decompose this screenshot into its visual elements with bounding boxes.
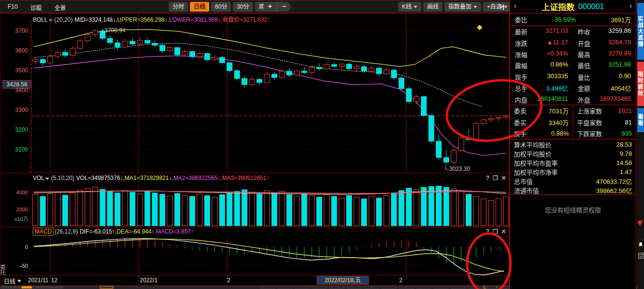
taskbar-segment	[312, 286, 327, 289]
orders-row: 委卖7031万	[510, 105, 573, 116]
weicha-value: 3691万	[611, 15, 631, 24]
help-icon[interactable]: ?	[486, 228, 489, 235]
close-icon[interactable]: ✕	[501, 175, 506, 181]
qq-icon[interactable]	[638, 239, 644, 247]
help-icon[interactable]: ?	[486, 175, 489, 181]
stats-row: 算术平均股价28.53	[510, 140, 636, 149]
indicator-value: DIF=-63.015↑	[80, 228, 115, 235]
orders-section: 委卖7031万委买3340万换手0.88% 上涨家数1021平盘家数81下跌家数…	[510, 105, 636, 139]
period-minute-button[interactable]: 分时	[169, 2, 188, 12]
taskbar-segment	[469, 286, 483, 289]
indicator-value: ,MACD=3.857↑	[154, 228, 194, 235]
diagnose-button[interactable]: 诊股	[30, 3, 42, 12]
boll-indicator-header[interactable]: BOLL(20,20)MID=3324.148↓,UPPER=3566.298↓…	[33, 15, 270, 24]
period-60min-button[interactable]: 60分	[211, 2, 231, 12]
taskbar-segment	[295, 286, 309, 289]
index-overlay-button[interactable]: 指数叠加	[444, 2, 481, 12]
macd-indicator-header[interactable]: MACD(26,12,9)DIF=-63.015↑,DEA=-64.944↑,M…	[33, 228, 194, 237]
f10-button[interactable]: F10	[8, 3, 18, 12]
toolbar-left-group: F10 诊股 全景	[8, 3, 66, 12]
stock-code: 000001	[578, 2, 604, 11]
add-watchlist-button[interactable]: +自选	[483, 2, 511, 12]
taskbar-segment	[434, 286, 448, 289]
macd-header-label[interactable]: MACD	[33, 228, 54, 235]
period-selector[interactable]: 日线	[4, 277, 21, 285]
stats-row: 加权平均股价9.78	[510, 149, 636, 158]
zoom-in-button[interactable]: +	[263, 2, 277, 12]
maximize-icon[interactable]: ❐	[493, 228, 498, 235]
trade-entrust-tab[interactable]: 委托	[0, 264, 6, 275]
taskbar-segment	[347, 286, 362, 289]
chevron-down-icon	[504, 6, 508, 8]
ad-banner-look[interactable]: 看看	[637, 108, 644, 132]
next-stock-icon[interactable]: ›	[630, 1, 632, 10]
event-diamond-icon	[477, 25, 482, 30]
taskbar-segment	[278, 286, 292, 289]
taskbar-segment	[1, 286, 64, 289]
selected-date-marker: 2022/02/18,五	[317, 276, 369, 285]
period-low-label: 3023.30	[449, 165, 470, 172]
vol-indicator-header[interactable]: VOL(5,10,20)VOL=349875376↓,MA1=371829821…	[33, 175, 269, 183]
volume-bars	[33, 186, 509, 226]
taskbar-segment	[100, 286, 113, 289]
stats-row: 加权平均市净率1.47	[510, 167, 636, 177]
vol-header-label[interactable]: VOL	[33, 175, 44, 181]
quote-row: 涨跌▲11.17开盘3264.79	[510, 37, 636, 48]
indicator-value: ,DEA=-64.944↑	[115, 228, 154, 235]
zoom-pill: + −	[263, 2, 291, 12]
indicator-value: MID=3324.148↓	[75, 16, 116, 23]
quote-header: ‹ 上证指数 000001 ›	[510, 0, 636, 14]
toolbar-right-group: K线 画线 指数叠加 +自选	[398, 2, 511, 12]
chevron-down-icon	[49, 19, 53, 22]
orders-row: 下跌家数935	[573, 128, 636, 139]
svg-text:3100: 3100	[15, 146, 28, 153]
zoom-out-button[interactable]: −	[277, 2, 291, 12]
ad-banner-sale[interactable]: 限时疯抢	[637, 62, 644, 106]
stats-row: 加权平均市盈率14.58	[510, 158, 636, 167]
svg-text:0: 0	[25, 244, 28, 250]
candles	[33, 29, 509, 165]
draw-line-button[interactable]: 画线	[423, 2, 443, 12]
stats-row: 流通市值398662.56亿	[510, 186, 636, 195]
x-axis-label: 2021/11	[28, 277, 49, 284]
taskbar-segment	[260, 286, 275, 289]
maximize-icon[interactable]: ❐	[493, 175, 498, 181]
quote-grid: 最新3271.03昨收3259.86涨跌▲11.17开盘3264.79涨幅+0.…	[510, 26, 636, 105]
quote-row: 内盘180140811外盘169735465	[510, 94, 636, 105]
period-daily-button[interactable]: 日线	[190, 2, 209, 12]
panorama-button[interactable]: 全景	[54, 3, 66, 12]
svg-text:4000: 4000	[16, 190, 28, 195]
indicator-value: ,收盘价=3271.032↑	[221, 16, 270, 23]
indicator-value: ,UPPER=3566.298↓	[116, 16, 168, 23]
kline-style-button[interactable]: K线	[398, 2, 421, 12]
taskbar-segment	[364, 286, 379, 289]
boll-header-label[interactable]: BOLL	[33, 16, 48, 23]
taskbar-segment	[330, 286, 344, 289]
chevron-down-icon	[473, 6, 477, 8]
quote-row: 震幅0.86%最低3251.98	[510, 60, 636, 71]
indicator-value: ,MA1=371829821↓	[123, 175, 172, 181]
screenshot-icon[interactable]	[638, 253, 644, 259]
orders-row: 平盘家数81	[573, 116, 636, 127]
indicator-params: (20,20)	[54, 16, 73, 23]
quote-row: 最新3271.03昨收3259.86	[510, 26, 636, 37]
chevron-down-icon	[414, 6, 417, 8]
macd-pane-controls: ? ❐ ✕	[486, 228, 506, 235]
weibi-value: -35.59%	[552, 16, 576, 23]
indicator-value: ,LOWER=3081.998↓	[168, 16, 221, 23]
x-axis-label: 2	[399, 277, 402, 284]
macd-histogram	[35, 238, 506, 264]
svg-text:3300: 3300	[15, 107, 28, 113]
x-axis-label: 12	[51, 277, 57, 284]
taskbar-segment	[382, 286, 396, 289]
indicator-value: VOL=349875376↓	[76, 175, 123, 181]
collapse-panel-icon[interactable]: >|	[499, 3, 504, 10]
orders-row: 委买3340万	[510, 116, 573, 127]
prev-stock-icon[interactable]: ‹	[514, 1, 516, 10]
ad-banner-live[interactable]: 实战大直播	[637, 3, 644, 60]
close-icon[interactable]: ✕	[501, 228, 506, 235]
chevron-down-icon	[45, 178, 49, 180]
stock-name: 上证指数	[542, 0, 575, 13]
svg-text:3600: 3600	[15, 47, 28, 54]
period-30min-button[interactable]: 30分	[233, 2, 253, 12]
